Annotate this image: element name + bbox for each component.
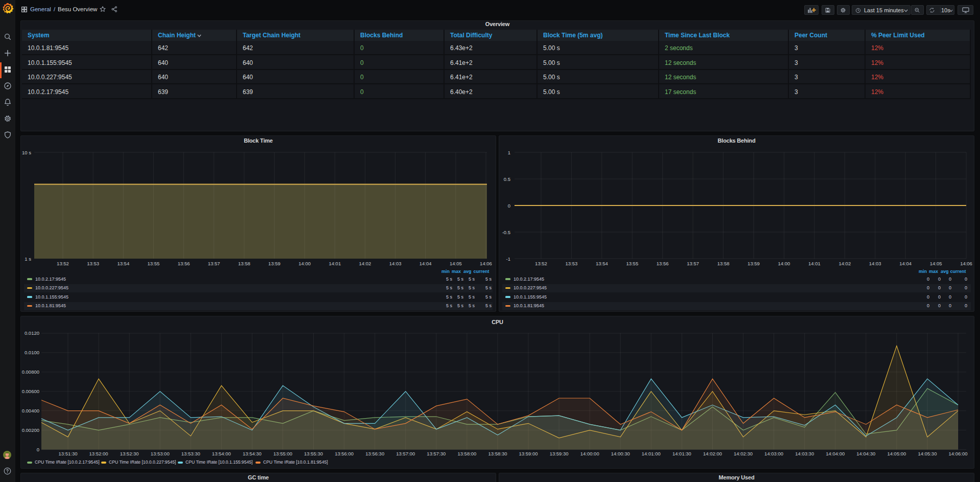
- svg-text:13:53:00: 13:53:00: [151, 451, 170, 456]
- svg-text:13:52:00: 13:52:00: [89, 451, 108, 456]
- svg-text:13:55:00: 13:55:00: [273, 451, 292, 456]
- svg-text:14:00:00: 14:00:00: [580, 451, 599, 456]
- svg-text:14:02:00: 14:02:00: [703, 451, 722, 456]
- svg-text:0.0120: 0.0120: [25, 330, 39, 336]
- svg-text:13:52:30: 13:52:30: [120, 451, 139, 456]
- svg-text:14:01:30: 14:01:30: [672, 451, 691, 456]
- svg-text:13:57:00: 13:57:00: [396, 451, 415, 456]
- svg-text:14:00:30: 14:00:30: [611, 451, 630, 456]
- svg-text:0.00800: 0.00800: [22, 369, 39, 375]
- svg-text:13:59:30: 13:59:30: [550, 451, 569, 456]
- svg-text:14:02:30: 14:02:30: [734, 451, 753, 456]
- svg-text:13:55:30: 13:55:30: [304, 451, 323, 456]
- svg-text:0.00400: 0.00400: [22, 408, 39, 414]
- svg-text:14:04:30: 14:04:30: [856, 451, 875, 456]
- svg-text:13:58:00: 13:58:00: [457, 451, 476, 456]
- svg-text:13:54:00: 13:54:00: [212, 451, 231, 456]
- svg-text:13:53:30: 13:53:30: [181, 451, 200, 456]
- svg-text:13:54:30: 13:54:30: [243, 451, 262, 456]
- svg-text:0: 0: [37, 447, 39, 452]
- svg-text:14:06:00: 14:06:00: [949, 451, 968, 456]
- svg-text:14:05:00: 14:05:00: [887, 451, 906, 456]
- svg-text:14:01:00: 14:01:00: [642, 451, 661, 456]
- svg-text:13:56:30: 13:56:30: [365, 451, 384, 456]
- svg-text:13:56:00: 13:56:00: [335, 451, 354, 456]
- svg-text:14:03:30: 14:03:30: [795, 451, 814, 456]
- svg-text:0.00600: 0.00600: [22, 388, 39, 394]
- svg-text:14:03:00: 14:03:00: [764, 451, 783, 456]
- svg-text:0.0100: 0.0100: [25, 350, 39, 355]
- svg-text:13:58:30: 13:58:30: [488, 451, 507, 456]
- svg-text:13:51:30: 13:51:30: [59, 451, 78, 456]
- svg-text:14:04:00: 14:04:00: [826, 451, 845, 456]
- svg-text:14:05:30: 14:05:30: [918, 451, 937, 456]
- svg-text:0.00200: 0.00200: [22, 427, 39, 433]
- svg-text:13:57:30: 13:57:30: [427, 451, 446, 456]
- svg-text:13:59:00: 13:59:00: [519, 451, 538, 456]
